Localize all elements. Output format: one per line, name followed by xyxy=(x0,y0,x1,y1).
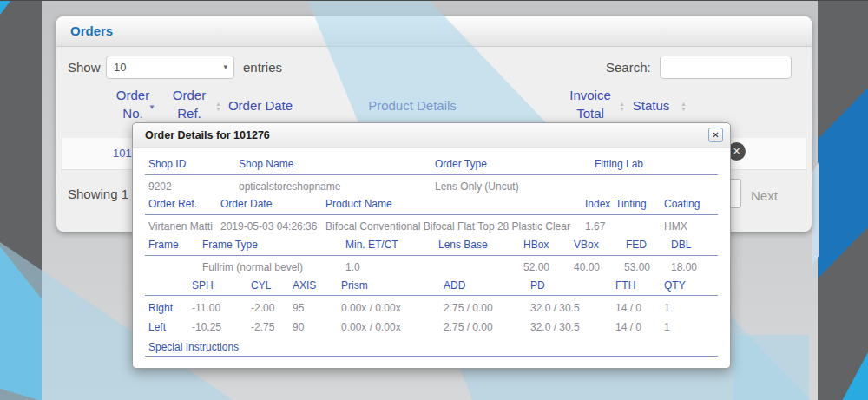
coating-value: HMX xyxy=(664,220,687,233)
show-label: Show xyxy=(68,60,101,75)
hbox-header: HBox xyxy=(523,239,549,251)
column-header-invoice-total[interactable]: Invoice Total xyxy=(564,86,616,122)
entries-label: entries xyxy=(243,60,282,75)
product-name-value: Bifocal Conventional Bifocal Flat Top 28… xyxy=(326,220,570,233)
vbox-header: VBox xyxy=(574,239,599,251)
frame-header: Frame xyxy=(148,239,179,251)
right-fth: 14 / 0 xyxy=(615,302,641,314)
tinting-header: Tinting xyxy=(615,198,647,210)
order-details-modal: Order Details for 101276 ✕ Shop ID Shop … xyxy=(132,122,731,369)
prism-header: Prism xyxy=(341,279,368,292)
axis-header: AXIS xyxy=(293,279,316,292)
divider xyxy=(145,255,718,256)
order-type-header: Order Type xyxy=(435,158,487,170)
frame-type-value: Fullrim (normal bevel) xyxy=(202,261,303,273)
left-cyl: -2.75 xyxy=(251,321,274,333)
index-value: 1.67 xyxy=(585,220,605,233)
fed-header: FED xyxy=(626,239,647,251)
left-pd: 32.0 / 30.5 xyxy=(530,321,580,333)
product-name-header: Product Name xyxy=(326,198,392,210)
sort-both-icon[interactable]: ▲ ▼ xyxy=(681,102,687,112)
cyl-header: CYL xyxy=(251,279,271,292)
divider xyxy=(145,214,718,215)
pd-header: PD xyxy=(530,279,545,292)
frame-type-header: Frame Type xyxy=(202,239,258,251)
orders-panel-header: Orders xyxy=(56,16,812,47)
column-header-order-ref[interactable]: Order Ref. xyxy=(165,86,214,122)
page-size-value: 10 xyxy=(114,61,126,74)
left-axis: 90 xyxy=(293,321,304,333)
shop-id-header: Shop ID xyxy=(148,158,186,170)
left-sph: -10.25 xyxy=(192,321,221,333)
shop-id-value: 9202 xyxy=(148,180,172,193)
page-title: Orders xyxy=(70,23,113,38)
right-add: 2.75 / 0.00 xyxy=(444,302,493,314)
search-input[interactable] xyxy=(660,56,792,79)
sort-desc-icon[interactable]: ▼ xyxy=(148,103,155,111)
divider xyxy=(145,174,718,175)
lens-base-header: Lens Base xyxy=(438,239,488,251)
chevron-down-icon: ▾ xyxy=(223,56,227,78)
add-header: ADD xyxy=(444,279,465,292)
left-fth: 14 / 0 xyxy=(615,321,641,333)
page-size-select[interactable]: 10 ▾ xyxy=(106,56,234,79)
sort-both-icon[interactable]: ▲ ▼ xyxy=(215,102,221,112)
column-header-status[interactable]: Status xyxy=(629,96,673,115)
right-pd: 32.0 / 30.5 xyxy=(530,302,580,314)
order-date-header: Order Date xyxy=(220,198,272,210)
min-etct-header: Min. ET/CT xyxy=(345,239,398,251)
coating-header: Coating xyxy=(664,198,700,210)
left-prism: 0.00x / 0.00x xyxy=(341,321,401,333)
divider xyxy=(145,356,718,357)
order-ref-value: Virtanen Matti xyxy=(148,220,213,233)
order-date-value: 2019-05-03 04:26:36 xyxy=(220,220,317,233)
modal-title: Order Details for 101276 xyxy=(145,129,270,141)
close-icon[interactable]: ✕ xyxy=(708,128,723,142)
column-header-order-date[interactable]: Order Date xyxy=(226,96,295,115)
dbl-value: 18.00 xyxy=(671,261,697,273)
screen: Orders Show 10 ▾ entries Search: Order N… xyxy=(0,0,868,400)
search-label: Search: xyxy=(606,60,651,75)
right-qty: 1 xyxy=(664,302,670,314)
qty-header: QTY xyxy=(664,279,686,292)
sph-header: SPH xyxy=(192,279,214,292)
fitting-lab-header: Fitting Lab xyxy=(595,158,643,170)
divider xyxy=(145,295,718,296)
order-type-value: Lens Only (Uncut) xyxy=(435,180,519,193)
fed-value: 53.00 xyxy=(624,261,650,273)
column-header-product-details[interactable]: Product Details xyxy=(365,96,460,115)
table-info: Showing 1 xyxy=(68,187,128,201)
bottomright-block-overlay xyxy=(733,335,809,400)
fth-header: FTH xyxy=(615,279,635,292)
shop-name-value: opticalstoreshopname xyxy=(239,180,340,193)
right-axis: 95 xyxy=(293,302,304,314)
pagination-next-button[interactable]: Next xyxy=(751,188,778,203)
min-etct-value: 1.0 xyxy=(345,261,360,273)
hbox-value: 52.00 xyxy=(523,261,549,273)
modal-header[interactable]: Order Details for 101276 ✕ xyxy=(133,123,730,148)
left-add: 2.75 / 0.00 xyxy=(444,321,493,333)
dbl-header: DBL xyxy=(671,239,691,251)
index-header: Index xyxy=(585,198,610,210)
shop-name-header: Shop Name xyxy=(239,158,293,170)
right-prism: 0.00x / 0.00x xyxy=(341,302,401,314)
vbox-value: 40.00 xyxy=(574,261,600,273)
sort-both-icon[interactable]: ▲ ▼ xyxy=(619,102,625,112)
right-sph: -11.00 xyxy=(192,302,220,314)
right-light-sliver xyxy=(812,161,819,266)
left-qty: 1 xyxy=(664,321,670,333)
special-instructions-header: Special Instructions xyxy=(148,341,239,353)
right-cyl: -2.00 xyxy=(251,302,274,314)
rx-left-label: Left xyxy=(148,321,166,333)
rx-right-label: Right xyxy=(148,302,173,314)
order-ref-header: Order Ref. xyxy=(148,198,197,210)
